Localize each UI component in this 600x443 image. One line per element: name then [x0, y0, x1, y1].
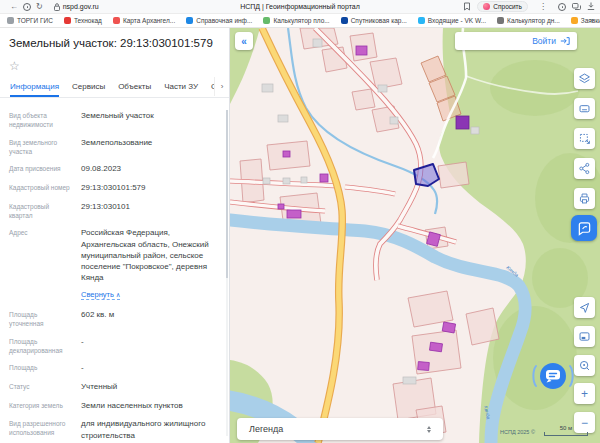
- panel-tab[interactable]: Части ЗУ: [164, 77, 198, 97]
- chat-fab-button[interactable]: [531, 361, 575, 391]
- field-label: Адрес: [9, 227, 81, 237]
- zoom-in-button[interactable]: +: [574, 383, 595, 404]
- field-value: 09.08.2023: [81, 163, 219, 174]
- bookmark-item[interactable]: Заявки: [571, 17, 600, 24]
- target-search-icon: [578, 359, 591, 372]
- bookmark-item[interactable]: Карта Архангел...: [113, 17, 175, 24]
- basemap-switcher-button[interactable]: [574, 326, 595, 347]
- comment-draw-icon: [577, 221, 592, 236]
- bookmark-item[interactable]: Калькулятор пло...: [263, 17, 329, 24]
- navigation-arrow-icon: [578, 301, 591, 314]
- field-row: Статус Учтенный: [9, 381, 219, 392]
- url-text: nspd.gov.ru: [63, 3, 99, 10]
- locate-me-button[interactable]: [574, 297, 595, 318]
- field-row: Дата присвоения 09.08.2023: [9, 163, 219, 174]
- chat-bubble-icon: [546, 370, 560, 380]
- field-value: Землепользование: [81, 137, 219, 148]
- field-row: Категория земель Земли населенных пункто…: [9, 400, 219, 411]
- feedback-tool-button-active[interactable]: [571, 215, 597, 241]
- download-icon[interactable]: [587, 2, 595, 11]
- field-row: Вид земельного участка Землепользование: [9, 137, 219, 156]
- legend-expand-icon: [427, 426, 431, 433]
- panels-tool-button[interactable]: [574, 98, 595, 119]
- field-label: Статус: [9, 381, 81, 391]
- favicon: [418, 17, 425, 24]
- panel-tabs: › Информация Сервисы Объекты Части ЗУ Со…: [0, 77, 229, 98]
- field-row: Кадастровый квартал 29:13:030101: [9, 201, 219, 220]
- lock-icon: [54, 3, 60, 11]
- chat-panels-icon[interactable]: [572, 3, 581, 11]
- favicon: [571, 17, 578, 24]
- field-row: Площадь уточненная 602 кв. м: [9, 309, 219, 328]
- field-value: Земельный участок: [81, 110, 219, 121]
- coordinate-search-button[interactable]: [574, 355, 595, 376]
- basemap-icon: [578, 330, 591, 343]
- layers-icon: [578, 72, 591, 85]
- panel-title: Земельный участок: 29:13:030101:579: [0, 28, 229, 51]
- ask-button[interactable]: Спросить: [477, 1, 528, 12]
- field-value: 29:13:030101:579: [81, 182, 219, 193]
- field-row: Адрес Российская Федерация, Архангельска…: [9, 227, 219, 301]
- field-label: Кадастровый квартал: [9, 201, 81, 220]
- share-icon: [578, 162, 591, 175]
- field-label: Вид объекта недвижимости: [9, 110, 81, 129]
- menu-dots-icon[interactable]: ⋮: [539, 3, 547, 11]
- bookmarks-bar: ТОРГИ ГИС Технокад Карта Архангел... Спр…: [0, 14, 600, 28]
- panel-tab[interactable]: Сервисы: [72, 77, 105, 97]
- field-value: 29:13:030101: [81, 201, 219, 212]
- favicon: [341, 17, 348, 24]
- protect-icon[interactable]: [23, 3, 31, 11]
- field-label: Кадастровый номер: [9, 182, 81, 192]
- tabs-scroll-right-icon[interactable]: ›: [214, 77, 229, 96]
- field-value: 602 кв. м: [81, 309, 219, 320]
- favicon: [186, 17, 193, 24]
- panel-tab[interactable]: Информация: [10, 77, 59, 97]
- assistant-icon: [483, 3, 490, 10]
- bookmark-item[interactable]: Калькулятор дн...: [497, 17, 560, 24]
- measure-area-tool-button[interactable]: [574, 128, 595, 149]
- favicon: [113, 17, 120, 24]
- parcel-info-panel: Земельный участок: 29:13:030101:579 ☆ › …: [0, 28, 230, 443]
- bookmark-item[interactable]: Спутниковая кар...: [341, 17, 407, 24]
- bookmarks-overflow-icon[interactable]: »: [590, 16, 594, 25]
- bookmark-icon[interactable]: [463, 2, 471, 11]
- legend-toggle[interactable]: Легенда: [237, 418, 443, 440]
- field-label: Площадь: [9, 362, 81, 372]
- panel-scrollbar-thumb[interactable]: [226, 110, 228, 278]
- field-value: для индивидуального жилищного строительс…: [81, 418, 219, 440]
- map-viewport[interactable]: Кянда Кянда « Войти: [230, 28, 600, 443]
- refresh-icon[interactable]: ↻: [36, 3, 43, 11]
- profile-icon[interactable]: [558, 3, 566, 11]
- field-value: Земли населенных пунктов: [81, 400, 219, 411]
- bookmark-item[interactable]: Технокад: [64, 17, 102, 24]
- bookmark-item[interactable]: ТОРГИ ГИС: [7, 17, 53, 24]
- field-row: Площадь -: [9, 362, 219, 373]
- collapse-address-link[interactable]: Свернуть: [81, 290, 120, 300]
- bookmark-item[interactable]: Входящие - VK W...: [418, 17, 486, 24]
- field-row: Вид объекта недвижимости Земельный участ…: [9, 110, 219, 129]
- login-icon: [560, 36, 570, 46]
- field-value: Российская Федерация, Архангельская обла…: [81, 227, 219, 283]
- field-label: Дата присвоения: [9, 163, 81, 173]
- select-area-icon: [578, 132, 591, 145]
- favicon: [497, 17, 504, 24]
- field-row: Площадь декларированная -: [9, 336, 219, 355]
- browser-window: ← ↻ nspd.gov.ru НСПД | Геоинформационный…: [0, 0, 600, 443]
- favorite-star-icon[interactable]: ☆: [9, 59, 20, 73]
- panel-tab[interactable]: Объекты: [118, 77, 151, 97]
- favicon: [64, 17, 71, 24]
- print-tool-button[interactable]: [574, 188, 595, 209]
- collapse-panel-button[interactable]: «: [235, 32, 253, 50]
- field-label: Площадь уточненная: [9, 309, 81, 328]
- favicon: [7, 17, 14, 24]
- map-scale: 50 м: [544, 425, 588, 436]
- bookmark-item[interactable]: Справочная инф...: [186, 17, 252, 24]
- layers-tool-button[interactable]: [574, 68, 595, 89]
- login-button[interactable]: Войти: [455, 32, 577, 50]
- field-value: Учтенный: [81, 381, 219, 392]
- parcel-fields: Вид объекта недвижимости Земельный участ…: [0, 98, 229, 443]
- back-icon[interactable]: ←: [10, 3, 18, 11]
- panel-icon: [578, 102, 591, 115]
- share-tool-button[interactable]: [574, 158, 595, 179]
- address-bar[interactable]: nspd.gov.ru: [54, 3, 99, 11]
